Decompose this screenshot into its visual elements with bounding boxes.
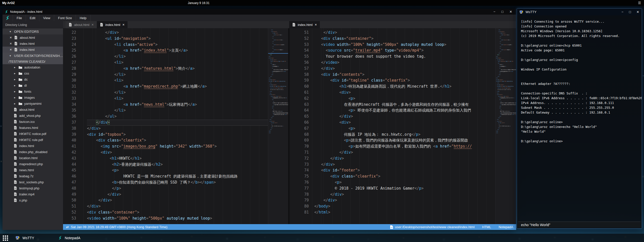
minimap-left[interactable]: </div> <ul id="navigation"> <li class="a…	[268, 28, 288, 224]
code-line[interactable]: <li class="active">	[87, 42, 268, 48]
code-line[interactable]: </div>	[314, 192, 495, 198]
system-menu-title[interactable]: My ArOZ	[2, 1, 15, 5]
file-item[interactable]: news.html	[3, 167, 63, 173]
code-line[interactable]: <div id="contents">	[314, 72, 495, 78]
code-line[interactable]: <b>你知道我們全線伺服器已轉用 SSD 了嗎？</b></span>	[87, 180, 268, 186]
close-tab-icon[interactable]	[122, 23, 125, 26]
file-item[interactable]: features.html	[3, 125, 63, 131]
folder-item[interactable]: dc	[3, 76, 63, 82]
code-line[interactable]: <div>	[314, 120, 495, 126]
close-button[interactable]	[509, 10, 512, 14]
file-item[interactable]: trailer.mp4	[3, 191, 63, 197]
code-line[interactable]: </video>	[314, 60, 495, 66]
folder-item[interactable]: fonts	[3, 88, 63, 94]
file-item[interactable]: index.html	[3, 143, 63, 149]
code-line[interactable]: </div>	[87, 192, 268, 198]
code-line[interactable]: <a href="index.html">主頁</a>	[87, 48, 268, 54]
tree-root-path[interactable]: USER:/DESKTOP/SCREENSHOT	[3, 53, 63, 59]
code-line[interactable]: </div>	[314, 162, 495, 168]
close-tab-icon[interactable]	[91, 23, 94, 26]
file-item[interactable]: mapredirect.php	[3, 161, 63, 167]
code-line[interactable]: </li>	[87, 72, 268, 78]
file-item[interactable]: test_sockets.php	[3, 179, 63, 185]
code-line[interactable]: 在香港的Minecraft 伺服器中，多為小遊戲和純生存的伺服器，較少擁有	[314, 102, 495, 108]
folder-item[interactable]: images	[3, 94, 63, 100]
code-line[interactable]: <ul id="navigation">	[87, 36, 268, 42]
code-line[interactable]: <p>	[87, 167, 268, 174]
terminal-input[interactable]: echo "Hello World"	[518, 222, 641, 228]
close-button[interactable]	[636, 10, 639, 14]
statusbar-language[interactable]: HTML	[482, 225, 491, 229]
code-line[interactable]: <a href="features.html">簡介</a>	[87, 66, 268, 72]
tab-index-html-right[interactable]: index.html	[289, 21, 320, 28]
code-editor-left[interactable]: </div> <ul id="navigation"> <li class="a…	[83, 28, 268, 224]
code-line[interactable]: <p>	[314, 96, 495, 102]
folder-item[interactable]: yamiyamimi	[3, 100, 63, 107]
code-line[interactable]: <p>請注意，我們的伺服器為確保玩家及遊玩時的質素，我們對的服器開啟	[314, 137, 495, 144]
code-line[interactable]: </body>	[314, 203, 495, 210]
file-item[interactable]: HKWTC rule.pdf	[3, 137, 63, 143]
code-line[interactable]: <p>	[314, 126, 495, 132]
maximize-button[interactable]	[501, 10, 503, 14]
menu-help[interactable]: Help	[76, 15, 90, 21]
code-line[interactable]: </div>	[87, 30, 268, 36]
code-line[interactable]: <li>	[87, 60, 268, 66]
file-item[interactable]: favicon.ico	[3, 119, 63, 125]
code-line[interactable]: </div>	[87, 197, 268, 203]
code-line[interactable]: HKWTC 是一個 Minecraft 的建築伺服器，主要建築計劃包括鐵路	[87, 174, 268, 180]
minimap-right[interactable]: </div> <ul id="navigation"> <li class="a…	[495, 28, 516, 224]
open-editors-section-header[interactable]: OPEN EDITORS	[3, 28, 63, 34]
folder-item[interactable]: dl	[3, 82, 63, 88]
code-line[interactable]: </div>	[87, 203, 268, 210]
code-editor-right[interactable]: </div> <div class="container"> <video wi…	[312, 28, 495, 224]
code-line[interactable]: <img src="images/box.png" height="342" w…	[87, 144, 268, 150]
menu-view[interactable]: View	[39, 15, 54, 21]
app-launcher-button[interactable]	[0, 234, 10, 242]
taskbar-item-notepada[interactable]: NotepadA	[54, 234, 84, 242]
code-line[interactable]: <div id="tagline" class="clearfix">	[314, 78, 495, 84]
notepada-titlebar[interactable]: NotepadA - index.html	[3, 9, 516, 15]
close-icon[interactable]	[10, 42, 12, 45]
code-line[interactable]: </div>	[314, 30, 495, 36]
code-line[interactable]: 伺服器 IP 地址為： mcs.hkwtc.org</p>	[314, 132, 495, 138]
hamburger-menu-icon[interactable]	[638, 0, 641, 6]
code-line[interactable]: <source src="trailer.mp4" type="video/mp…	[314, 48, 495, 54]
close-icon[interactable]	[10, 36, 12, 39]
file-item[interactable]: add_vhost.php	[3, 113, 63, 119]
file-item[interactable]: teabag.7z	[3, 173, 63, 179]
open-editor-item[interactable]: about.html	[3, 34, 63, 41]
code-line[interactable]: <div id="topbox">	[87, 132, 268, 138]
code-line[interactable]: <a href="mapredirect.php">網上地圖</a>	[87, 84, 268, 90]
code-line[interactable]: © 2018 - 2019 HKWTC Animation Gamer</p>	[314, 186, 495, 192]
tab-about-html[interactable]: about.html	[66, 21, 97, 28]
open-editor-item[interactable]: index.html	[3, 41, 63, 47]
code-line[interactable]: </html>	[314, 210, 495, 216]
code-line[interactable]: <li>	[87, 96, 268, 102]
maximize-button[interactable]	[629, 10, 631, 14]
file-item[interactable]: location.html	[3, 155, 63, 161]
code-line[interactable]: <p> 即使你不是建築師，你也能透過紅石師或鐵路工程師的身份加入我們	[314, 108, 495, 114]
code-line[interactable]: </div>	[314, 197, 495, 203]
open-editor-item[interactable]: index.html	[3, 47, 63, 53]
code-line[interactable]: </li>	[87, 54, 268, 60]
tab-index-html-left[interactable]: index.html	[97, 21, 128, 28]
code-line[interactable]: </li>	[87, 90, 268, 96]
code-line[interactable]: <video width="100%" height="500px" autop…	[87, 216, 268, 222]
minimize-button[interactable]	[494, 10, 496, 14]
folder-item[interactable]: css	[3, 70, 63, 76]
code-line[interactable]: </li>	[87, 108, 268, 114]
file-item[interactable]: x.php	[3, 197, 63, 203]
code-line[interactable]: <div id="footer">	[314, 167, 495, 174]
code-line[interactable]: <h1>特別為建築及鐵路而設，現代化的 Minecraft 世界.</h1>	[314, 84, 495, 90]
code-line[interactable]: </div>	[314, 156, 495, 162]
code-line[interactable]: </div>	[314, 114, 495, 120]
file-item[interactable]: index.php_disabled	[3, 149, 63, 155]
code-line[interactable]: <div class="clearfix">	[87, 137, 268, 144]
code-line[interactable]: <div>	[87, 150, 268, 156]
terminal-output[interactable]: [info] Conencting to arozos WsTTY servic…	[517, 15, 642, 222]
code-line[interactable]: <div class="container">	[314, 36, 495, 42]
file-item[interactable]: HKWTC notice.pdf	[3, 131, 63, 137]
code-line[interactable]: Your browser does not support the video …	[314, 54, 495, 60]
menu-font-size[interactable]: Font Size	[54, 15, 76, 21]
code-line[interactable]: <h2>香港的建築伺服器</h2>	[87, 162, 268, 168]
